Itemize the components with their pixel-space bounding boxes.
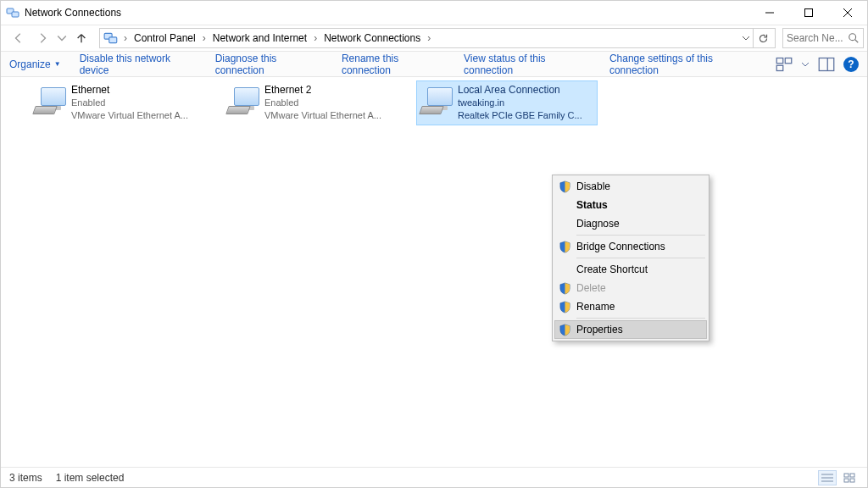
network-adapter-icon — [34, 84, 68, 114]
item-selected: 1 item selected — [56, 472, 125, 484]
address-bar[interactable]: › Control Panel › Network and Internet ›… — [99, 28, 776, 48]
window-title: Network Connections — [25, 7, 121, 19]
adapter-status: Enabled — [264, 97, 381, 109]
search-input[interactable]: Search Ne... — [782, 28, 864, 48]
app-icon — [6, 6, 19, 19]
diagnose-connection-button[interactable]: Diagnose this connection — [215, 53, 323, 76]
recent-locations-button[interactable] — [57, 29, 67, 47]
svg-rect-18 — [844, 474, 849, 477]
menu-separator — [576, 235, 705, 236]
disable-device-button[interactable]: Disable this network device — [80, 53, 197, 76]
svg-line-9 — [855, 40, 859, 43]
uac-shield-icon — [559, 180, 571, 193]
svg-rect-10 — [776, 58, 783, 63]
organize-menu[interactable]: Organize ▼ — [9, 58, 61, 70]
uac-shield-icon — [559, 282, 571, 295]
organize-label: Organize — [9, 58, 51, 70]
address-history-button[interactable] — [739, 34, 753, 42]
breadcrumb-control-panel[interactable]: Control Panel — [131, 32, 199, 44]
chevron-down-icon: ▼ — [54, 60, 61, 68]
uac-shield-icon — [559, 241, 571, 253]
adapter-name: Local Area Connection — [458, 84, 582, 97]
breadcrumb-network-and-internet[interactable]: Network and Internet — [209, 32, 310, 44]
menu-item-label: Disable — [576, 180, 610, 192]
rename-connection-button[interactable]: Rename this connection — [342, 53, 445, 76]
chevron-right-icon[interactable]: › — [310, 32, 320, 44]
preview-pane-button[interactable] — [818, 56, 835, 73]
adapter-status: Enabled — [71, 97, 188, 109]
adapter-device: VMware Virtual Ethernet A... — [71, 109, 188, 122]
menu-item-create-shortcut[interactable]: Create Shortcut — [554, 260, 707, 279]
menu-item-properties[interactable]: Properties — [554, 320, 707, 339]
chevron-right-icon[interactable]: › — [120, 32, 131, 44]
menu-item-disable[interactable]: Disable — [554, 177, 707, 196]
svg-point-8 — [849, 34, 856, 41]
menu-item-label: Bridge Connections — [576, 241, 665, 252]
svg-rect-7 — [109, 37, 117, 43]
search-icon — [848, 32, 860, 44]
refresh-button[interactable] — [753, 29, 773, 47]
back-button[interactable] — [9, 29, 28, 47]
help-button[interactable]: ? — [843, 57, 859, 72]
titlebar: Network Connections — [1, 1, 867, 25]
close-button[interactable] — [828, 1, 867, 25]
item-count: 3 items — [9, 472, 42, 484]
uac-shield-icon — [559, 301, 571, 313]
svg-rect-3 — [805, 9, 813, 17]
menu-item-rename[interactable]: Rename — [554, 297, 707, 316]
svg-rect-13 — [819, 58, 834, 70]
uac-shield-icon — [559, 324, 571, 336]
adapter-item[interactable]: Ethernet 2EnabledVMware Virtual Ethernet… — [223, 80, 404, 125]
svg-rect-19 — [850, 474, 854, 477]
menu-item-delete: Delete — [554, 279, 707, 297]
adapter-status: tweaking.in — [458, 97, 582, 109]
adapter-name: Ethernet 2 — [264, 84, 381, 97]
menu-item-bridge-connections[interactable]: Bridge Connections — [554, 237, 707, 256]
adapter-item[interactable]: Local Area Connectiontweaking.inRealtek … — [416, 80, 598, 125]
view-details-button[interactable] — [818, 470, 837, 485]
menu-separator — [576, 318, 705, 319]
svg-rect-21 — [850, 479, 854, 482]
svg-rect-1 — [12, 12, 19, 17]
menu-item-label: Rename — [576, 301, 615, 313]
adapter-device: Realtek PCIe GBE Family C... — [458, 109, 582, 122]
view-status-button[interactable]: View status of this connection — [464, 53, 591, 76]
context-menu: DisableStatusDiagnoseBridge ConnectionsC… — [552, 175, 709, 341]
network-connections-icon — [103, 30, 119, 46]
forward-button[interactable] — [33, 29, 52, 47]
network-connections-window: Network Connections › Control Panel › Ne… — [0, 0, 868, 488]
adapter-list[interactable]: EthernetEnabledVMware Virtual Ethernet A… — [1, 77, 867, 467]
view-options-dropdown[interactable] — [801, 56, 810, 73]
svg-rect-20 — [844, 479, 849, 482]
view-options-button[interactable] — [776, 56, 793, 73]
adapter-item[interactable]: EthernetEnabledVMware Virtual Ethernet A… — [30, 80, 211, 125]
adapter-device: VMware Virtual Ethernet A... — [264, 109, 381, 122]
breadcrumb-network-connections[interactable]: Network Connections — [320, 32, 424, 44]
menu-item-label: Properties — [576, 324, 623, 336]
change-settings-button[interactable]: Change settings of this connection — [609, 53, 757, 76]
menu-item-label: Create Shortcut — [576, 263, 648, 275]
command-bar: Organize ▼ Disable this network device D… — [1, 52, 867, 77]
minimize-button[interactable] — [750, 1, 789, 25]
navigation-bar: › Control Panel › Network and Internet ›… — [1, 25, 867, 52]
menu-separator — [576, 258, 705, 258]
svg-rect-12 — [776, 65, 783, 70]
menu-item-label: Diagnose — [576, 218, 620, 230]
network-adapter-icon — [227, 84, 261, 114]
chevron-right-icon[interactable]: › — [199, 32, 209, 44]
view-large-icons-button[interactable] — [840, 470, 859, 485]
menu-item-label: Delete — [576, 282, 606, 294]
svg-rect-11 — [785, 58, 792, 63]
menu-item-status[interactable]: Status — [554, 196, 707, 214]
chevron-right-icon[interactable]: › — [424, 32, 434, 44]
adapter-name: Ethernet — [71, 84, 188, 97]
menu-item-label: Status — [576, 199, 608, 211]
menu-item-diagnose[interactable]: Diagnose — [554, 214, 707, 233]
up-button[interactable] — [72, 29, 91, 47]
network-adapter-icon — [420, 84, 454, 114]
maximize-button[interactable] — [789, 1, 828, 25]
search-placeholder: Search Ne... — [787, 32, 846, 44]
status-bar: 3 items 1 item selected — [1, 467, 867, 487]
